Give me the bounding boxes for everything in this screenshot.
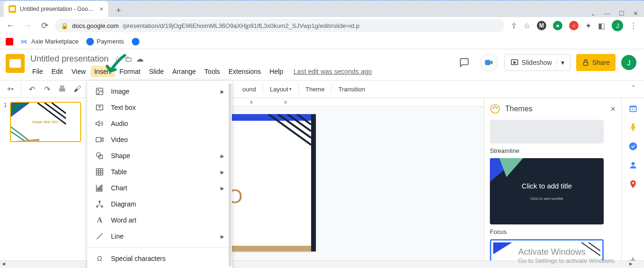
bookmark-youtube[interactable] xyxy=(6,38,13,45)
calendar-icon[interactable]: 31 xyxy=(628,104,638,113)
insert-audio[interactable]: Audio xyxy=(87,116,232,132)
paint-format-button[interactable]: 🖌 xyxy=(71,82,84,96)
svg-text:31: 31 xyxy=(631,107,635,111)
theme-preview[interactable] xyxy=(490,120,604,143)
close-panel-icon[interactable]: × xyxy=(610,104,616,114)
last-edit-link[interactable]: Last edit was seconds ago xyxy=(294,66,372,77)
menu-format[interactable]: Format xyxy=(116,66,144,77)
back-button[interactable]: ← xyxy=(4,19,17,32)
profile-avatar[interactable]: J xyxy=(612,20,623,31)
menu-extensions[interactable]: Extensions xyxy=(225,66,265,77)
meet-button[interactable] xyxy=(479,53,498,72)
browser-toolbar: ← → ⟳ 🔒 docs.google.com/presentation/d/1… xyxy=(0,17,644,34)
svg-point-34 xyxy=(99,201,101,202)
menu-slide[interactable]: Slide xyxy=(145,66,167,77)
insert-video[interactable]: Video xyxy=(87,132,232,148)
bookmark-facebook[interactable] xyxy=(132,38,139,45)
theme-preview-streamline[interactable]: Click to add title Click to add subtitle xyxy=(490,158,604,224)
theme-name-focus: Focus xyxy=(490,228,616,235)
menu-tools[interactable]: Tools xyxy=(201,66,224,77)
bookmark-payments[interactable]: Payments xyxy=(86,38,124,45)
close-tab-icon[interactable]: × xyxy=(100,5,103,13)
audio-icon xyxy=(95,119,104,128)
extension-icon-green[interactable]: ● xyxy=(553,21,562,30)
insert-line[interactable]: Line▶ xyxy=(87,228,232,244)
insert-image[interactable]: Image▶ xyxy=(87,83,232,99)
close-window-icon[interactable]: ✕ xyxy=(633,10,638,17)
menu-view[interactable]: View xyxy=(68,66,90,77)
svg-point-22 xyxy=(631,162,635,165)
comments-button[interactable] xyxy=(455,53,474,72)
extensions-icon[interactable]: ✦ xyxy=(585,21,591,30)
star-icon[interactable]: ☆ xyxy=(114,54,121,63)
extension-icon-m[interactable]: M xyxy=(537,21,546,30)
share-button[interactable]: Share xyxy=(576,54,616,71)
insert-shape[interactable]: Shape▶ xyxy=(87,148,232,164)
svg-point-25 xyxy=(98,89,99,90)
undo-button[interactable]: ↶ xyxy=(25,82,38,96)
background-button[interactable]: ound xyxy=(239,86,259,93)
menu-edit[interactable]: Edit xyxy=(48,66,67,77)
svg-line-3 xyxy=(37,103,66,124)
slideshow-dropdown-icon[interactable]: ▾ xyxy=(557,59,564,66)
cloud-status-icon[interactable]: ☁ xyxy=(136,54,144,63)
insert-special-characters[interactable]: ΩSpecial characters xyxy=(87,250,232,267)
share-page-icon[interactable]: ⇪ xyxy=(511,21,517,30)
move-icon[interactable]: 🗀 xyxy=(125,55,132,63)
dropdown-scrollbar[interactable] xyxy=(229,83,231,267)
maximize-icon[interactable]: ☐ xyxy=(619,10,625,17)
slide-thumbnail[interactable]: Simple Slide SEO xyxy=(10,102,81,142)
svg-point-14 xyxy=(495,106,496,107)
keep-icon[interactable] xyxy=(628,123,638,132)
menu-insert[interactable]: Insert xyxy=(91,66,115,77)
chart-icon xyxy=(95,183,104,193)
insert-diagram[interactable]: Diagram xyxy=(87,196,232,212)
diagram-icon xyxy=(95,199,104,209)
reload-button[interactable]: ⟳ xyxy=(38,19,51,32)
address-bar[interactable]: 🔒 docs.google.com/presentation/d/19jOgE9… xyxy=(55,19,504,32)
url-path: /presentation/d/19jOgE96EhoimML36O9aXHjp… xyxy=(122,22,359,29)
maps-icon[interactable] xyxy=(628,179,638,189)
account-avatar[interactable]: J xyxy=(621,55,636,70)
slideshow-button[interactable]: Slideshow ▾ xyxy=(504,54,570,71)
bookmark-star-icon[interactable]: ☆ xyxy=(524,21,530,30)
minimize-icon[interactable]: — xyxy=(604,10,610,17)
document-title[interactable]: Untitled presentation xyxy=(28,53,110,65)
svg-rect-27 xyxy=(96,138,101,142)
extension-icon-red[interactable]: ○ xyxy=(569,21,579,30)
submenu-arrow-icon: ▶ xyxy=(221,186,224,191)
insert-textbox[interactable]: Text box xyxy=(87,99,232,116)
new-slide-button[interactable]: +▾ xyxy=(4,82,17,96)
slides-logo[interactable] xyxy=(6,54,25,73)
tasks-icon[interactable] xyxy=(628,142,638,151)
palette-icon xyxy=(490,104,500,114)
svg-line-5 xyxy=(52,103,66,114)
transition-button[interactable]: Transition xyxy=(335,86,368,93)
layout-button[interactable]: Layout▾ xyxy=(267,86,294,93)
shape-icon xyxy=(95,151,104,161)
menu-help[interactable]: Help xyxy=(266,66,287,77)
wordart-icon: A xyxy=(95,215,104,225)
side-panel-icon[interactable]: ◧ xyxy=(598,21,605,30)
insert-chart[interactable]: Chart▶ xyxy=(87,180,232,196)
contacts-icon[interactable] xyxy=(628,161,638,170)
forward-button[interactable]: → xyxy=(21,19,34,32)
svg-point-15 xyxy=(496,107,497,109)
new-tab-button[interactable]: + xyxy=(112,4,125,17)
bookmark-axie[interactable]: ⋈Axie Marketplace xyxy=(21,38,79,45)
insert-table[interactable]: Table▶ xyxy=(87,164,232,180)
print-button[interactable]: 🖶 xyxy=(55,82,69,96)
menu-arrange[interactable]: Arrange xyxy=(168,66,200,77)
svg-line-9 xyxy=(278,114,311,138)
redo-button[interactable]: ↷ xyxy=(40,82,54,96)
insert-wordart[interactable]: AWord art xyxy=(87,212,232,228)
textbox-icon xyxy=(95,103,104,112)
hide-menus-button[interactable]: ˆ xyxy=(627,82,640,96)
theme-button[interactable]: Theme xyxy=(303,86,327,93)
svg-point-13 xyxy=(493,107,494,109)
bookmarks-bar: ⋈Axie Marketplace Payments xyxy=(0,34,644,49)
menu-file[interactable]: File xyxy=(28,66,47,77)
browser-tab[interactable]: Untitled presentation - Google Sl × xyxy=(4,1,108,17)
chevron-down-icon[interactable]: ⌄ xyxy=(590,10,596,17)
chrome-menu-icon[interactable]: ⋮ xyxy=(630,21,637,30)
